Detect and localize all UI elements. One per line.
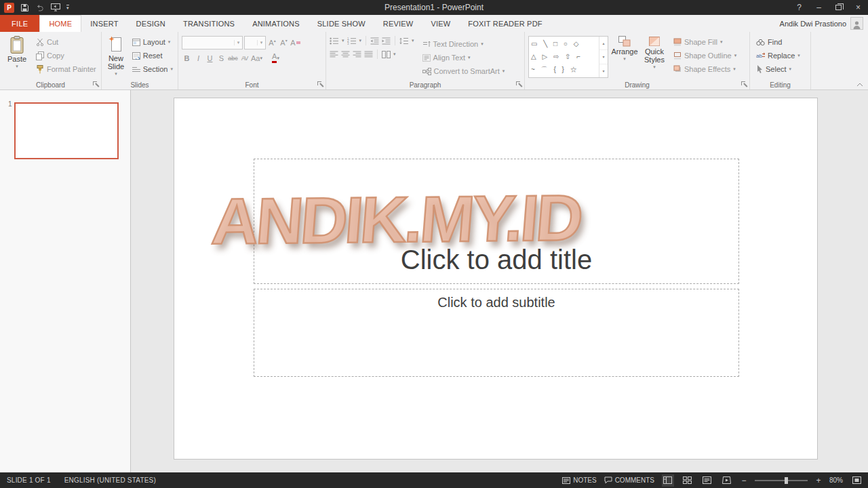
- layout-button[interactable]: Layout ▾: [130, 35, 176, 49]
- start-slideshow-button[interactable]: [51, 3, 60, 12]
- tab-slide-show[interactable]: SLIDE SHOW: [309, 15, 374, 32]
- align-center-button[interactable]: [341, 51, 350, 58]
- slideshow-monitor-icon: [51, 3, 60, 12]
- font-color-button[interactable]: A▾: [271, 52, 281, 64]
- text-direction-button[interactable]: Text Direction ▾: [420, 37, 508, 51]
- window-controls: ? – ×: [789, 0, 868, 15]
- copy-button[interactable]: Copy: [33, 49, 99, 62]
- format-painter-icon: [36, 65, 44, 74]
- zoom-level[interactable]: 80%: [829, 476, 843, 484]
- normal-view-button[interactable]: [662, 474, 674, 487]
- language-indicator[interactable]: ENGLISH (UNITED STATES): [64, 476, 156, 484]
- paste-button[interactable]: Paste ▾: [3, 34, 31, 69]
- tab-foxit-reader-pdf[interactable]: FOXIT READER PDF: [459, 15, 551, 32]
- slide-indicator: SLIDE 1 OF 1: [7, 476, 51, 484]
- dropdown-icon: ▾: [359, 38, 362, 43]
- grow-font-button[interactable]: A▴: [267, 37, 277, 49]
- shape-outline-button[interactable]: Shape Outline ▾: [671, 49, 739, 62]
- text-shadow-button[interactable]: S: [216, 52, 226, 64]
- zoom-slider-thumb[interactable]: [785, 477, 788, 484]
- account-area[interactable]: Andik Dwi Prastiono: [780, 15, 868, 32]
- dropdown-icon: ▾: [720, 39, 723, 45]
- help-button[interactable]: ?: [789, 0, 809, 15]
- select-button[interactable]: Select ▾: [753, 62, 803, 76]
- group-font: ▾ ▾ A▴ A▾ A B I U S abc AV Aa▾ A▾ Font: [178, 32, 326, 89]
- tab-insert[interactable]: INSERT: [81, 15, 127, 32]
- powerpoint-logo[interactable]: P: [4, 3, 14, 13]
- customize-qat-button[interactable]: ▾: [66, 5, 69, 10]
- minimize-button[interactable]: –: [809, 0, 829, 15]
- zoom-in-button[interactable]: +: [815, 476, 822, 485]
- font-group-label: Font: [178, 81, 326, 89]
- strikethrough-button[interactable]: abc: [228, 52, 238, 64]
- avatar: [850, 17, 863, 30]
- justify-button[interactable]: [364, 51, 373, 58]
- underline-button[interactable]: U: [205, 52, 215, 64]
- zoom-slider[interactable]: [755, 480, 808, 481]
- shapes-gallery-scrollbar[interactable]: ▴ ▾ ▾: [599, 37, 608, 77]
- fit-slide-to-window-button[interactable]: [850, 474, 863, 487]
- shapes-gallery[interactable]: ▭ ╲ □ ○ ◇ △ ▷ ⇨ ⇧ ⌐ ~ ⌒ { } ☆ ▴ ▾ ▾: [528, 36, 608, 78]
- slideshow-view-button[interactable]: [721, 474, 733, 487]
- align-left-button[interactable]: [330, 51, 338, 58]
- character-spacing-button[interactable]: AV: [239, 52, 250, 64]
- tab-view[interactable]: VIEW: [422, 15, 459, 32]
- align-right-button[interactable]: [353, 51, 361, 58]
- font-name-combobox[interactable]: ▾: [182, 36, 243, 49]
- close-button[interactable]: ×: [848, 0, 868, 15]
- numbering-button[interactable]: 123: [347, 37, 357, 45]
- replace-button[interactable]: ab Replace ▾: [753, 49, 803, 62]
- undo-button[interactable]: [35, 4, 45, 12]
- line-spacing-button[interactable]: [399, 37, 409, 45]
- new-slide-button[interactable]: New Slide ▾: [105, 34, 127, 77]
- change-case-button[interactable]: Aa▾: [251, 52, 262, 64]
- columns-button[interactable]: [382, 51, 391, 58]
- slide-sorter-view-button[interactable]: [682, 474, 694, 487]
- restore-button[interactable]: [829, 0, 848, 15]
- shape-fill-button[interactable]: Shape Fill ▾: [671, 35, 739, 49]
- increase-indent-button[interactable]: [382, 37, 391, 45]
- zoom-out-button[interactable]: −: [741, 476, 747, 485]
- scroll-up-icon[interactable]: ▴: [599, 37, 608, 49]
- shapes-row[interactable]: △ ▷ ⇨ ⇧ ⌐: [531, 53, 597, 61]
- window-title: Presentation1 - PowerPoint: [0, 3, 868, 12]
- scroll-down-icon[interactable]: ▾: [599, 49, 608, 63]
- tab-file[interactable]: FILE: [0, 15, 39, 32]
- font-size-combobox[interactable]: ▾: [244, 36, 266, 49]
- find-button[interactable]: Find: [753, 35, 803, 49]
- section-label: Section: [143, 65, 168, 73]
- convert-to-smartart-button[interactable]: Convert to SmartArt ▾: [420, 64, 508, 78]
- arrange-button[interactable]: Arrange ▾: [611, 34, 638, 62]
- reading-view-button[interactable]: [701, 474, 713, 487]
- tab-design[interactable]: DESIGN: [127, 15, 174, 32]
- shape-effects-button[interactable]: Shape Effects ▾: [671, 62, 739, 76]
- align-text-button[interactable]: Align Text ▾: [420, 51, 508, 64]
- save-icon: [20, 3, 29, 12]
- notes-button[interactable]: NOTES: [562, 476, 596, 484]
- title-placeholder[interactable]: Click to add title: [254, 159, 739, 284]
- tab-animations[interactable]: ANIMATIONS: [243, 15, 309, 32]
- tab-home[interactable]: HOME: [39, 15, 81, 32]
- shrink-font-button[interactable]: A▾: [279, 37, 289, 49]
- collapse-ribbon-button[interactable]: [856, 83, 863, 87]
- decrease-indent-button[interactable]: [370, 37, 379, 45]
- bold-button[interactable]: B: [182, 52, 192, 64]
- shapes-row[interactable]: ~ ⌒ { } ☆: [531, 66, 597, 74]
- tab-transitions[interactable]: TRANSITIONS: [174, 15, 243, 32]
- tab-review[interactable]: REVIEW: [374, 15, 422, 32]
- cut-button[interactable]: Cut: [33, 35, 99, 49]
- subtitle-placeholder[interactable]: Click to add subtitle: [254, 289, 739, 377]
- slide[interactable]: Click to add title Click to add subtitle…: [174, 98, 818, 460]
- bullets-button[interactable]: [330, 37, 339, 45]
- italic-button[interactable]: I: [193, 52, 203, 64]
- quick-styles-button[interactable]: Quick Styles ▾: [641, 34, 668, 70]
- save-button[interactable]: [20, 3, 29, 12]
- shapes-row[interactable]: ▭ ╲ □ ○ ◇: [531, 40, 597, 48]
- clear-formatting-button[interactable]: A: [290, 37, 300, 49]
- gallery-more-icon[interactable]: ▾: [599, 64, 608, 77]
- slide-thumbnail[interactable]: [14, 102, 119, 159]
- format-painter-button[interactable]: Format Painter: [33, 62, 99, 76]
- reset-button[interactable]: Reset: [130, 49, 176, 62]
- comments-button[interactable]: COMMENTS: [604, 476, 654, 484]
- section-button[interactable]: Section ▾: [130, 62, 176, 76]
